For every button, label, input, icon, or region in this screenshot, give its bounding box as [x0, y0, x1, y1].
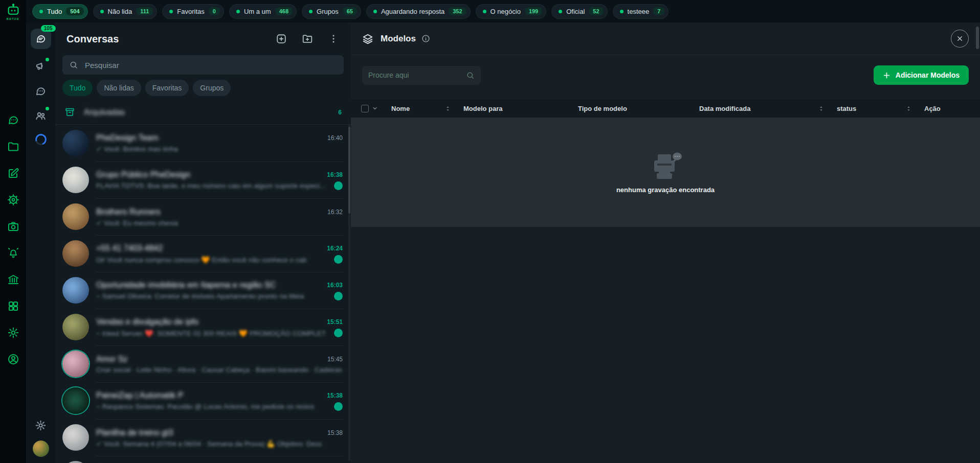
column-header-tipo[interactable]: Tipo de modelo: [578, 105, 699, 112]
tab-o-negocio[interactable]: O negócio 199: [476, 4, 547, 19]
unread-badge: [334, 402, 343, 411]
sidebar-building-button[interactable]: [5, 271, 22, 288]
unread-badge: [334, 292, 343, 300]
tab-count-badge: 504: [66, 7, 83, 15]
filter-nao-lidas[interactable]: Não lidas: [97, 80, 141, 96]
tab-grupos[interactable]: Grupos 65: [302, 4, 361, 19]
settings-button[interactable]: [34, 418, 48, 432]
sync-progress-ring[interactable]: [33, 132, 48, 147]
avatar: [62, 461, 89, 463]
sidebar-bell-button[interactable]: [5, 244, 22, 262]
sidebar-chat-button[interactable]: [5, 111, 22, 129]
chat-list-item[interactable]: +55 41 7403-4842 16:24 Oi! Você nunca co…: [55, 235, 351, 272]
close-panel-button[interactable]: [951, 30, 969, 48]
window-scrollbar-thumb[interactable]: [976, 27, 979, 49]
filter-tudo[interactable]: Tudo: [62, 80, 93, 96]
column-header-nome[interactable]: Nome: [391, 105, 463, 112]
add-model-button[interactable]: Adicionar Modelos: [874, 65, 969, 85]
conversations-panel: Conversas: [55, 22, 351, 463]
brand-name: BOTZO: [7, 17, 19, 20]
tab-count-badge: 0: [209, 7, 220, 15]
chat-name: Amor Sz: [96, 355, 127, 364]
tab-label: testeee: [628, 8, 650, 15]
tab-nao-lida[interactable]: Não lida 111: [93, 4, 158, 19]
chat-list-item[interactable]: Planilha de treino gt3 15:38 ✓ Você: Sem…: [55, 419, 351, 456]
tab-testeee[interactable]: testeee 7: [613, 4, 669, 19]
chevron-down-icon[interactable]: [372, 105, 378, 111]
add-folder-button[interactable]: [301, 33, 314, 45]
close-icon: [956, 35, 964, 42]
archived-row[interactable]: Arquivadas 6: [55, 100, 351, 125]
column-header-modelo-para[interactable]: Modelo para: [463, 105, 578, 112]
chat-list-item[interactable]: PaineiZap | Automatik P 15:38 ~ Raspanco…: [55, 382, 351, 419]
chat-filter-chips: Tudo Não lidas Favoritas Grupos: [62, 80, 344, 96]
message-bubble-icon: [673, 152, 682, 162]
archived-label: Arquivadas: [84, 108, 125, 117]
sidebar-apps-button[interactable]: [5, 297, 22, 315]
botzo-logo: BOTZO: [6, 3, 21, 20]
tab-favoritas[interactable]: Favoritas 0: [162, 4, 224, 19]
tab-oficial[interactable]: Oficial 52: [551, 4, 607, 19]
chat-search-input[interactable]: [85, 61, 337, 70]
chat-list-item[interactable]: Vendas e divulgação de ipfo 15:51 ~ Inke…: [55, 309, 351, 345]
kebab-menu-icon: [328, 33, 339, 44]
filter-grupos[interactable]: Grupos: [193, 80, 231, 96]
chat-list-item[interactable]: Brothers Runners 16:32 ✓ Você: Eu mesmo …: [55, 198, 351, 235]
chat-list-item[interactable]: PheDesign Team 16:40 ✓ Você: Bonitos mas…: [55, 125, 351, 161]
sidebar-folders-button[interactable]: [5, 138, 22, 155]
avatar: [62, 240, 89, 267]
chat-list-item[interactable]: Conversa última mensagem: [55, 456, 351, 463]
sidebar-settings-button[interactable]: [5, 324, 22, 341]
chat-list-item[interactable]: Amor Sz 15:45 Criar social · Leite Ninho…: [55, 345, 351, 382]
new-chat-button[interactable]: [275, 33, 287, 45]
broadcast-nav-button[interactable]: [34, 59, 48, 74]
modelos-toolbar: Adicionar Modelos: [362, 65, 969, 85]
archived-count: 6: [338, 109, 342, 116]
chat-name: PaineiZap | Automatik P: [96, 391, 183, 400]
user-avatar[interactable]: [33, 441, 49, 457]
select-all-checkbox[interactable]: [361, 105, 369, 112]
sidebar-profile-button[interactable]: [5, 351, 22, 368]
sort-icon[interactable]: [905, 105, 912, 112]
menu-button[interactable]: [327, 33, 340, 45]
info-button[interactable]: [421, 34, 430, 43]
chat-scrollbar-thumb[interactable]: [348, 127, 350, 214]
add-folder-icon: [302, 33, 313, 44]
tab-aguardando-resposta[interactable]: Aguardando resposta 352: [366, 4, 471, 19]
chat-preview: Oi! Você nunca comprou conosco 🧡 Então v…: [96, 256, 328, 264]
tab-label: Um a um: [244, 8, 271, 15]
chats-icon: [35, 33, 47, 44]
page-title: Conversas: [66, 33, 119, 45]
sort-icon[interactable]: [444, 105, 451, 112]
chat-time: 16:24: [327, 245, 343, 252]
chat-preview: Criar social · Leite Ninho · Altura · Ca…: [96, 366, 343, 374]
tab-um-a-um[interactable]: Um a um 468: [229, 4, 297, 19]
unread-badge: [334, 181, 343, 190]
table-empty-state: nenhuma gravação encontrada: [351, 118, 980, 227]
sort-icon[interactable]: [818, 105, 825, 112]
chat-list-item[interactable]: Grupo Público PheDesign 16:38 FLAVIA TOT…: [55, 161, 351, 198]
chat-icon: [7, 114, 19, 126]
chat-preview: ~ Samuel Oliveira: Corretor de imóveis A…: [96, 292, 328, 300]
tab-tudo[interactable]: Tudo 504: [32, 4, 88, 19]
column-header-acao: Ação: [924, 105, 980, 112]
sidebar-camera-button[interactable]: [5, 218, 22, 235]
column-header-status[interactable]: status: [837, 105, 924, 112]
quick-replies-nav-button[interactable]: [34, 84, 48, 98]
tab-count-badge: 65: [343, 7, 357, 15]
sidebar-helm-button[interactable]: [5, 191, 22, 209]
contacts-nav-button[interactable]: [34, 108, 48, 123]
camera-icon: [7, 220, 19, 233]
filter-favoritas[interactable]: Favoritas: [145, 80, 189, 96]
chat-time: 16:32: [327, 209, 343, 216]
modelos-search-input[interactable]: [368, 71, 461, 79]
tab-count-badge: 352: [449, 7, 466, 15]
chats-nav-button[interactable]: 105: [31, 29, 51, 49]
unread-badge: [334, 255, 343, 264]
chat-preview: ~ Raspanco Sistemas: Pacotão @ Lucas Ant…: [96, 403, 328, 410]
sidebar-compose-button[interactable]: [5, 165, 22, 182]
tab-count-badge: 468: [275, 7, 293, 15]
chat-list-item[interactable]: Oportunidade imobiliária em Itapema e re…: [55, 272, 351, 309]
notification-dot: [46, 107, 49, 110]
column-header-data-modificada[interactable]: Data modificada: [699, 105, 837, 112]
